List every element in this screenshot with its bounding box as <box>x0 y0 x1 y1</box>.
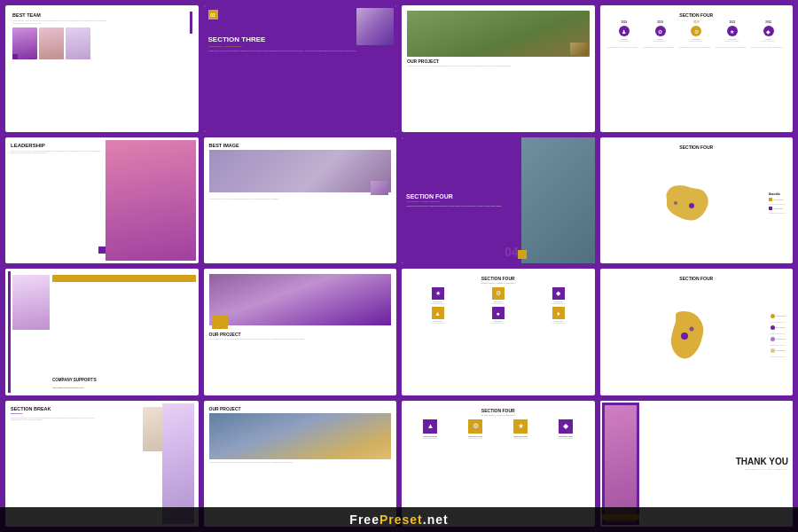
icon-cell-1: ★ Description Lorem ipsum dolor <box>409 287 466 304</box>
timeline-item-3: 2020 ⚙ Operations Lorem ipsum dolor <box>679 20 714 42</box>
project3-photo <box>209 413 392 459</box>
slide-best-image: BEST IMAGE Lorem ipsum dolor sit amet co… <box>204 137 397 264</box>
watermark-text: FreePreset.net <box>349 512 448 527</box>
slide-company-supports: COMPANY SUPPORT'S http://www.yoursiteadd… <box>5 269 199 395</box>
australia-title: SECTION FOUR <box>607 145 786 150</box>
timeline-item-4: 2021 ★ Supervisor Lorem ipsum dolor <box>716 20 750 42</box>
slide-section-four-africa: SECTION FOUR Information Lorem ipsum dol… <box>600 269 794 395</box>
section-break-body: Lorem ipsum dolor sit amet consectetur a… <box>11 417 98 421</box>
slide-body: Lorem ipsum dolor sit amet consectetur a… <box>12 20 111 25</box>
company-title: COMPANY SUPPORT'S <box>52 378 193 382</box>
section-three-body: Lorem ipsum dolor sit amet consectetur a… <box>208 50 393 52</box>
svg-point-1 <box>674 201 677 205</box>
project2-photo <box>209 274 392 325</box>
icon-cell-3: ◆ Description Lorem ipsum dolor <box>529 287 587 304</box>
leadership-body: Lorem ipsum dolor sit amet consectetur a… <box>11 150 102 154</box>
team-photo-2 <box>39 27 64 59</box>
row-item-1: ▲ Description Lorem ipsum dolor <box>409 419 452 440</box>
section-three-img <box>356 8 394 45</box>
sf-purple-body: Lorem ipsum dolor sit amet consectetur a… <box>406 205 517 207</box>
team-photo-1 <box>12 27 37 59</box>
sf-purple-photo <box>518 137 595 264</box>
slide-section-four-purple: SECTION FOUR Simple Gallery, Simple Typo… <box>402 137 595 264</box>
leadership-title: LEADERSHIP <box>11 143 102 148</box>
australia-map <box>658 181 716 225</box>
company-photo <box>12 275 50 330</box>
row-item-3: ★ Description Lorem ipsum dolor <box>499 419 543 440</box>
timeline-item-5: 2022 ◆ Director Lorem ipsum dolor <box>751 20 786 42</box>
watermark-highlight: Preset <box>379 512 423 527</box>
project3-body: Lorem ipsum dolor sit amet consectetur a… <box>209 461 392 464</box>
africa-title: SECTION FOUR <box>607 276 786 281</box>
timeline-item-2: 2019 ✿ Director Lorem ipsum dolor <box>643 20 677 42</box>
row-item-4: ◆ Description Lorem ipsum dolor <box>544 419 588 440</box>
project3-title: OUR PROJECT <box>209 406 392 411</box>
team-photo-3 <box>66 27 90 59</box>
svg-point-2 <box>681 332 688 340</box>
icons-title: SECTION FOUR <box>409 276 588 281</box>
slide-section-three: 03 SECTION THREE Simple Gallery, Simple … <box>204 5 397 132</box>
slide-our-project-1: OUR PROJECT Lorem ipsum dolor sit amet c… <box>402 5 595 132</box>
row-subtitle: Simple Gallery, Simple Typography <box>409 414 588 417</box>
slide-our-project-2: OUR PROJECT Lorem ipsum dolor sit amet c… <box>204 269 397 395</box>
project-body: Lorem ipsum dolor sit amet consectetur a… <box>407 65 590 67</box>
section-four-title: SECTION FOUR <box>607 12 786 18</box>
watermark-bar: FreePreset.net <box>0 507 798 532</box>
icon-cell-2: ⚙ Description Lorem ipsum dolor <box>469 287 527 304</box>
section-number-badge: 03 <box>208 10 218 20</box>
slide-section-four-icons: SECTION FOUR Simple Gallery, Simple Typo… <box>402 269 595 395</box>
slide-section-four-australia: SECTION FOUR Australia Description Lorem… <box>600 137 794 264</box>
project2-title: OUR PROJECT <box>209 332 392 337</box>
svg-point-0 <box>689 203 694 208</box>
section-break-photo2 <box>143 407 162 451</box>
africa-map <box>665 309 709 361</box>
timeline-item-1: 2018 ♟ Founders Lorem ipsum dolor <box>607 20 642 42</box>
svg-point-3 <box>690 327 694 332</box>
thank-you-subtitle: PRESENTATION AGENCY <box>745 468 788 471</box>
project-img <box>407 11 590 57</box>
project2-body: Lorem ipsum dolor sit amet consectetur a… <box>209 338 392 340</box>
sf-purple-subtitle: Simple Gallery, Simple Typography <box>406 200 517 203</box>
best-image-photo <box>209 150 392 192</box>
icon-cell-6: ♦ Description Lorem ipsum dolor <box>529 307 587 324</box>
best-image-body: Lorem ipsum dolor sit amet consectetur a… <box>209 198 392 200</box>
company-body: http://www.yoursiteaddress.com <box>52 387 193 389</box>
sf-purple-title: SECTION FOUR <box>406 193 517 200</box>
section-break-photo1 <box>162 403 194 525</box>
slide-leadership: LEADERSHIP Lorem ipsum dolor sit amet co… <box>5 137 199 264</box>
slide-title: BEST TEAM <box>12 12 192 18</box>
row-title: SECTION FOUR <box>409 408 588 413</box>
slide-section-four-timeline: SECTION FOUR 2018 ♟ Founders Lorem ipsum… <box>600 5 794 132</box>
leadership-photo <box>106 140 196 262</box>
thank-you-title: THANK YOU <box>736 457 788 466</box>
slide-best-team: BEST TEAM Lorem ipsum dolor sit amet con… <box>5 5 199 132</box>
icons-subtitle: Simple Gallery, Simple Typography <box>409 282 588 285</box>
section-break-title: SECTION BREAK <box>11 406 102 411</box>
icon-cell-5: ● Description Lorem ipsum dolor <box>469 307 527 324</box>
best-image-title: BEST IMAGE <box>209 143 392 148</box>
project-title: OUR PROJECT <box>407 59 590 64</box>
section-three-subtitle: Simple Gallery, Simple Typography <box>208 45 393 48</box>
icon-cell-4: ▲ Description Lorem ipsum dolor <box>409 307 466 324</box>
row-item-2: ⚙ Description Lorem ipsum dolor <box>454 419 497 440</box>
